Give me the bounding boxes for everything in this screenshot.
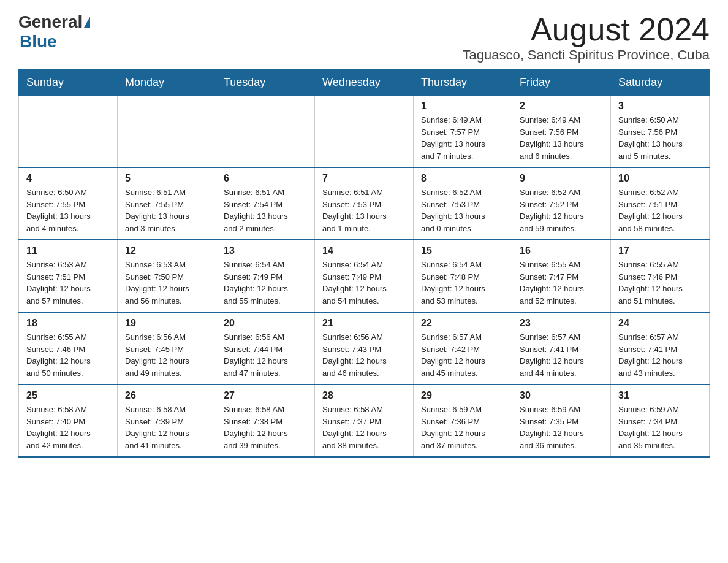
calendar-cell: 15Sunrise: 6:54 AM Sunset: 7:48 PM Dayli…	[414, 240, 512, 312]
calendar-cell: 9Sunrise: 6:52 AM Sunset: 7:52 PM Daylig…	[512, 167, 611, 240]
weekday-header: Wednesday	[315, 70, 414, 96]
day-number: 10	[618, 173, 702, 184]
day-info: Sunrise: 6:51 AM Sunset: 7:54 PM Dayligh…	[224, 186, 307, 234]
day-info: Sunrise: 6:49 AM Sunset: 7:57 PM Dayligh…	[421, 114, 504, 162]
day-info: Sunrise: 6:52 AM Sunset: 7:52 PM Dayligh…	[520, 186, 603, 234]
day-number: 13	[224, 245, 307, 256]
calendar-cell	[118, 96, 216, 168]
calendar-cell: 27Sunrise: 6:58 AM Sunset: 7:38 PM Dayli…	[216, 385, 315, 457]
calendar-cell: 5Sunrise: 6:51 AM Sunset: 7:55 PM Daylig…	[118, 167, 216, 240]
calendar-cell: 16Sunrise: 6:55 AM Sunset: 7:47 PM Dayli…	[512, 240, 611, 312]
calendar-week-row: 11Sunrise: 6:53 AM Sunset: 7:51 PM Dayli…	[19, 240, 710, 312]
day-number: 21	[322, 318, 406, 329]
logo-blue: Blue	[20, 32, 57, 52]
day-info: Sunrise: 6:51 AM Sunset: 7:55 PM Dayligh…	[125, 186, 208, 234]
calendar-cell: 31Sunrise: 6:59 AM Sunset: 7:34 PM Dayli…	[611, 385, 710, 457]
location-title: Taguasco, Sancti Spiritus Province, Cuba	[462, 47, 710, 63]
calendar-cell: 21Sunrise: 6:56 AM Sunset: 7:43 PM Dayli…	[315, 312, 414, 385]
calendar-cell: 13Sunrise: 6:54 AM Sunset: 7:49 PM Dayli…	[216, 240, 315, 312]
day-info: Sunrise: 6:56 AM Sunset: 7:44 PM Dayligh…	[224, 331, 307, 379]
day-number: 19	[125, 318, 208, 329]
day-number: 1	[421, 101, 504, 112]
day-info: Sunrise: 6:52 AM Sunset: 7:53 PM Dayligh…	[421, 186, 504, 234]
calendar-cell: 3Sunrise: 6:50 AM Sunset: 7:56 PM Daylig…	[611, 96, 710, 168]
calendar-header-row: SundayMondayTuesdayWednesdayThursdayFrid…	[19, 70, 710, 96]
day-info: Sunrise: 6:57 AM Sunset: 7:41 PM Dayligh…	[618, 331, 702, 379]
day-number: 2	[520, 101, 603, 112]
calendar-cell: 1Sunrise: 6:49 AM Sunset: 7:57 PM Daylig…	[414, 96, 512, 168]
day-info: Sunrise: 6:54 AM Sunset: 7:49 PM Dayligh…	[224, 259, 307, 307]
day-number: 27	[224, 390, 307, 401]
day-info: Sunrise: 6:49 AM Sunset: 7:56 PM Dayligh…	[520, 114, 603, 162]
calendar-cell: 23Sunrise: 6:57 AM Sunset: 7:41 PM Dayli…	[512, 312, 611, 385]
calendar-cell: 29Sunrise: 6:59 AM Sunset: 7:36 PM Dayli…	[414, 385, 512, 457]
weekday-header: Saturday	[611, 70, 710, 96]
day-number: 9	[520, 173, 603, 184]
day-info: Sunrise: 6:58 AM Sunset: 7:39 PM Dayligh…	[125, 404, 208, 451]
day-number: 24	[618, 318, 702, 329]
day-number: 17	[618, 245, 702, 256]
day-info: Sunrise: 6:56 AM Sunset: 7:45 PM Dayligh…	[125, 331, 208, 379]
calendar-week-row: 25Sunrise: 6:58 AM Sunset: 7:40 PM Dayli…	[19, 385, 710, 457]
day-number: 30	[520, 390, 603, 401]
month-title: August 2024	[462, 12, 710, 47]
calendar-cell: 7Sunrise: 6:51 AM Sunset: 7:53 PM Daylig…	[315, 167, 414, 240]
day-number: 18	[26, 318, 110, 329]
day-info: Sunrise: 6:55 AM Sunset: 7:46 PM Dayligh…	[26, 331, 110, 379]
day-number: 20	[224, 318, 307, 329]
calendar-cell: 10Sunrise: 6:52 AM Sunset: 7:51 PM Dayli…	[611, 167, 710, 240]
day-number: 6	[224, 173, 307, 184]
day-info: Sunrise: 6:55 AM Sunset: 7:47 PM Dayligh…	[520, 259, 603, 307]
logo-general: General	[18, 12, 82, 32]
day-info: Sunrise: 6:54 AM Sunset: 7:49 PM Dayligh…	[322, 259, 406, 307]
calendar-cell: 25Sunrise: 6:58 AM Sunset: 7:40 PM Dayli…	[19, 385, 118, 457]
calendar-cell	[216, 96, 315, 168]
calendar-cell: 20Sunrise: 6:56 AM Sunset: 7:44 PM Dayli…	[216, 312, 315, 385]
day-number: 26	[125, 390, 208, 401]
day-number: 7	[322, 173, 406, 184]
day-number: 12	[125, 245, 208, 256]
calendar-cell: 19Sunrise: 6:56 AM Sunset: 7:45 PM Dayli…	[118, 312, 216, 385]
day-number: 3	[618, 101, 702, 112]
day-info: Sunrise: 6:59 AM Sunset: 7:35 PM Dayligh…	[520, 404, 603, 451]
calendar-cell: 17Sunrise: 6:55 AM Sunset: 7:46 PM Dayli…	[611, 240, 710, 312]
day-number: 31	[618, 390, 702, 401]
page-header: General Blue August 2024 Taguasco, Sanct…	[18, 12, 710, 63]
calendar-cell: 11Sunrise: 6:53 AM Sunset: 7:51 PM Dayli…	[19, 240, 118, 312]
day-info: Sunrise: 6:50 AM Sunset: 7:56 PM Dayligh…	[618, 114, 702, 162]
day-info: Sunrise: 6:55 AM Sunset: 7:46 PM Dayligh…	[618, 259, 702, 307]
weekday-header: Friday	[512, 70, 611, 96]
calendar-cell: 22Sunrise: 6:57 AM Sunset: 7:42 PM Dayli…	[414, 312, 512, 385]
calendar-table: SundayMondayTuesdayWednesdayThursdayFrid…	[18, 69, 710, 458]
weekday-header: Thursday	[414, 70, 512, 96]
calendar-cell: 28Sunrise: 6:58 AM Sunset: 7:37 PM Dayli…	[315, 385, 414, 457]
calendar-cell: 24Sunrise: 6:57 AM Sunset: 7:41 PM Dayli…	[611, 312, 710, 385]
logo: General Blue	[18, 12, 90, 52]
day-info: Sunrise: 6:53 AM Sunset: 7:50 PM Dayligh…	[125, 259, 208, 307]
day-info: Sunrise: 6:57 AM Sunset: 7:42 PM Dayligh…	[421, 331, 504, 379]
day-info: Sunrise: 6:58 AM Sunset: 7:38 PM Dayligh…	[224, 404, 307, 451]
day-number: 22	[421, 318, 504, 329]
logo-triangle-icon	[84, 17, 90, 28]
calendar-week-row: 18Sunrise: 6:55 AM Sunset: 7:46 PM Dayli…	[19, 312, 710, 385]
weekday-header: Monday	[118, 70, 216, 96]
day-info: Sunrise: 6:50 AM Sunset: 7:55 PM Dayligh…	[26, 186, 110, 234]
day-number: 16	[520, 245, 603, 256]
day-info: Sunrise: 6:51 AM Sunset: 7:53 PM Dayligh…	[322, 186, 406, 234]
day-number: 4	[26, 173, 110, 184]
calendar-cell: 12Sunrise: 6:53 AM Sunset: 7:50 PM Dayli…	[118, 240, 216, 312]
day-info: Sunrise: 6:52 AM Sunset: 7:51 PM Dayligh…	[618, 186, 702, 234]
day-number: 25	[26, 390, 110, 401]
day-info: Sunrise: 6:59 AM Sunset: 7:34 PM Dayligh…	[618, 404, 702, 451]
calendar-cell: 2Sunrise: 6:49 AM Sunset: 7:56 PM Daylig…	[512, 96, 611, 168]
day-number: 28	[322, 390, 406, 401]
day-info: Sunrise: 6:54 AM Sunset: 7:48 PM Dayligh…	[421, 259, 504, 307]
calendar-cell: 14Sunrise: 6:54 AM Sunset: 7:49 PM Dayli…	[315, 240, 414, 312]
day-number: 14	[322, 245, 406, 256]
day-info: Sunrise: 6:59 AM Sunset: 7:36 PM Dayligh…	[421, 404, 504, 451]
day-info: Sunrise: 6:58 AM Sunset: 7:40 PM Dayligh…	[26, 404, 110, 451]
weekday-header: Tuesday	[216, 70, 315, 96]
calendar-week-row: 4Sunrise: 6:50 AM Sunset: 7:55 PM Daylig…	[19, 167, 710, 240]
calendar-week-row: 1Sunrise: 6:49 AM Sunset: 7:57 PM Daylig…	[19, 96, 710, 168]
calendar-cell: 6Sunrise: 6:51 AM Sunset: 7:54 PM Daylig…	[216, 167, 315, 240]
